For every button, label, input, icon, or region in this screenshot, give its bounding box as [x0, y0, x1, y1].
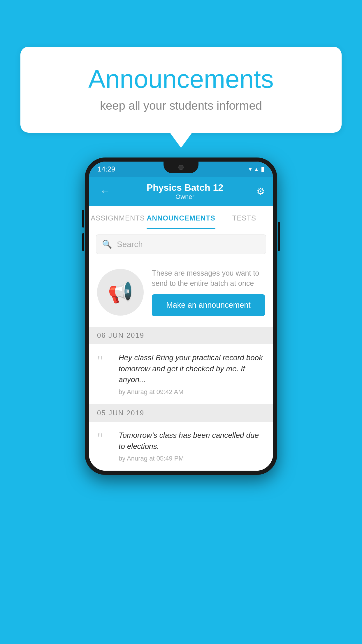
app-bar: ← Physics Batch 12 Owner ⚙ [89, 177, 273, 206]
phone-screen: 14:29 ▾ ▴ ▮ ← Physics Batch 12 Owner ⚙ [89, 162, 273, 471]
search-icon: 🔍 [102, 239, 112, 249]
announcement-content-1: Hey class! Bring your practical record b… [119, 352, 265, 396]
battery-icon: ▮ [261, 165, 264, 173]
signal-icon: ▴ [255, 165, 258, 173]
status-icons: ▾ ▴ ▮ [249, 165, 264, 173]
announcement-text-1: Hey class! Bring your practical record b… [119, 352, 265, 385]
phone-outer-frame: 14:29 ▾ ▴ ▮ ← Physics Batch 12 Owner ⚙ [85, 158, 277, 475]
phone-power-button [278, 222, 280, 251]
status-bar: 14:29 ▾ ▴ ▮ [89, 162, 273, 177]
notch [164, 162, 198, 173]
status-time: 14:29 [98, 165, 115, 173]
announcement-meta-1: by Anurag at 09:42 AM [119, 388, 265, 396]
tab-announcements[interactable]: ANNOUNCEMENTS [147, 206, 215, 229]
date-separator-2: 05 JUN 2019 [89, 404, 273, 422]
app-bar-title-group: Physics Batch 12 Owner [147, 182, 223, 201]
tabs-bar: ASSIGNMENTS ANNOUNCEMENTS TESTS [89, 206, 273, 229]
announcement-item-1[interactable]: " Hey class! Bring your practical record… [89, 344, 273, 404]
phone-volume-button-2 [82, 233, 84, 251]
quote-icon-1: " [97, 354, 112, 369]
promo-content: These are messages you want to send to t… [152, 268, 265, 316]
make-announcement-button[interactable]: Make an announcement [152, 294, 265, 316]
announcement-promo: 📢 These are messages you want to send to… [89, 259, 273, 327]
bubble-title: Announcements [44, 64, 318, 94]
tab-tests[interactable]: TESTS [215, 206, 273, 229]
quote-icon-2: " [97, 431, 112, 446]
promo-description: These are messages you want to send to t… [152, 268, 265, 288]
batch-title: Physics Batch 12 [147, 182, 223, 193]
camera-notch [178, 165, 184, 170]
search-container: 🔍 Search [89, 229, 273, 259]
phone-volume-button-1 [82, 210, 84, 228]
search-bar[interactable]: 🔍 Search [96, 235, 266, 254]
announcement-item-2[interactable]: " Tomorrow's class has been cancelled du… [89, 422, 273, 471]
announcement-text-2: Tomorrow's class has been cancelled due … [119, 430, 265, 452]
back-button[interactable]: ← [97, 182, 113, 200]
announcement-content-2: Tomorrow's class has been cancelled due … [119, 430, 265, 462]
speech-bubble-section: Announcements keep all your students inf… [20, 47, 342, 133]
promo-icon-circle: 📢 [97, 269, 144, 316]
phone-mockup: 14:29 ▾ ▴ ▮ ← Physics Batch 12 Owner ⚙ [85, 158, 277, 475]
batch-role: Owner [147, 193, 223, 201]
bubble-subtitle: keep all your students informed [44, 99, 318, 112]
search-placeholder: Search [117, 240, 143, 249]
announcement-meta-2: by Anurag at 05:49 PM [119, 455, 265, 462]
wifi-icon: ▾ [249, 165, 252, 173]
tab-assignments[interactable]: ASSIGNMENTS [89, 206, 147, 229]
settings-button[interactable]: ⚙ [256, 186, 265, 197]
megaphone-icon: 📢 [108, 280, 133, 304]
date-separator-1: 06 JUN 2019 [89, 327, 273, 344]
speech-bubble-card: Announcements keep all your students inf… [20, 47, 342, 133]
